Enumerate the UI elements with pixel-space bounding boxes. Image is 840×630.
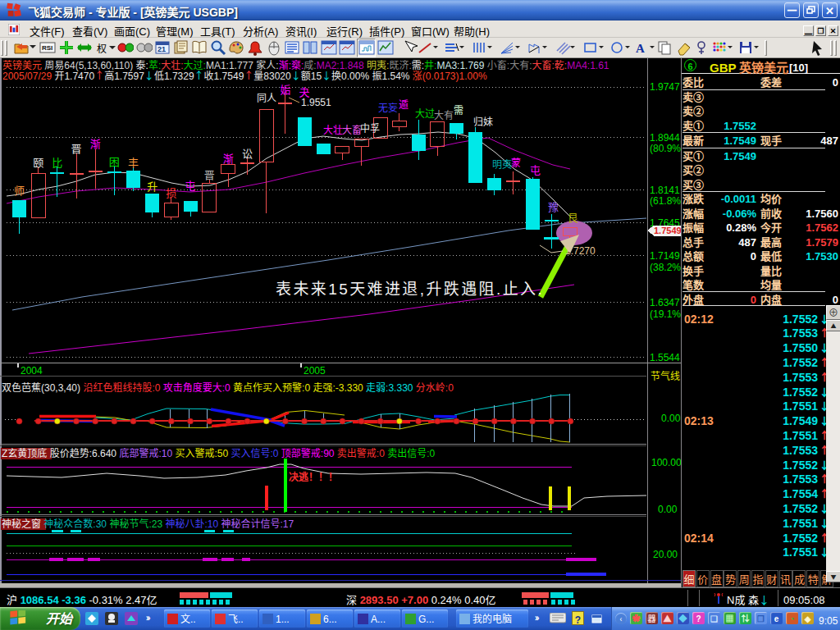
- svg-text:A: A: [636, 42, 645, 55]
- svg-text:渐: 渐: [223, 150, 234, 166]
- svg-text:(80.9%): (80.9%): [650, 140, 681, 154]
- svg-text:晋: 晋: [71, 140, 82, 156]
- svg-text:归妹: 归妹: [473, 114, 493, 128]
- svg-text:困: 困: [109, 153, 120, 169]
- svg-text:节气线: 节气线: [651, 368, 680, 382]
- svg-text:决逃！！！: 决逃！！！: [289, 469, 338, 483]
- svg-text:渐: 渐: [90, 135, 101, 151]
- svg-text:师: 师: [14, 182, 25, 198]
- svg-text:20.00: 20.00: [653, 546, 678, 560]
- svg-text:屯: 屯: [185, 177, 196, 193]
- svg-text:升: 升: [147, 178, 158, 194]
- svg-text:大有: 大有: [434, 107, 454, 121]
- svg-text:1.7549: 1.7549: [654, 223, 681, 236]
- svg-text:2004: 2004: [21, 363, 43, 377]
- svg-text:晋: 晋: [204, 167, 215, 182]
- svg-text:姤: 姤: [280, 81, 290, 97]
- svg-text:需: 需: [454, 103, 463, 116]
- svg-text:无妄: 无妄: [378, 100, 398, 114]
- svg-text:大壮: 大壮: [323, 122, 343, 136]
- svg-text:比: 比: [52, 154, 62, 170]
- svg-text:(38.2%): (38.2%): [650, 259, 681, 273]
- svg-text:中孚: 中孚: [360, 121, 380, 135]
- svg-text:颐: 颐: [33, 154, 43, 170]
- svg-text:神秘之窗 神秘众合数:30 神秘节气:23 神秘八卦:1: 神秘之窗 神秘众合数:30 神秘节气:23 神秘八卦:10 神秘合计信号:17: [2, 516, 294, 530]
- svg-text:同人: 同人: [257, 90, 276, 104]
- svg-text:丰: 丰: [128, 154, 139, 170]
- svg-text:1.5544: 1.5544: [650, 349, 680, 363]
- svg-text:(61.8%): (61.8%): [650, 193, 681, 207]
- svg-text:双色芭蕉(30,3,40) 沿红色粗线持股:0 攻击角度: 双色芭蕉(30,3,40) 沿红色粗线持股:0 攻击角度要大:0 黄点作买入预警…: [2, 380, 454, 394]
- svg-text:大过: 大过: [415, 106, 435, 120]
- svg-text:艮: 艮: [568, 209, 578, 225]
- svg-text:遁: 遁: [399, 97, 409, 111]
- svg-text:Z玄黄顶底 股价趋势:6.640 底部警戒:10 买入警: Z玄黄顶底 股价趋势:6.640 底部警戒:10 买入警戒:50 买入信号:0 …: [2, 445, 436, 459]
- svg-text:21: 21: [158, 43, 166, 54]
- svg-text:屯: 屯: [530, 162, 541, 177]
- svg-text:0.00: 0.00: [661, 410, 681, 424]
- svg-text:明夷: 明夷: [492, 157, 512, 171]
- svg-text:表未来15天难进退,升跌遇阻.止入.: 表未来15天难进退,升跌遇阻.止入.: [276, 276, 544, 299]
- svg-text:1.7270: 1.7270: [565, 243, 596, 257]
- svg-text:夬: 夬: [299, 84, 310, 99]
- svg-text:蒙: 蒙: [511, 155, 521, 169]
- svg-text:0.00: 0.00: [658, 501, 678, 515]
- svg-text:100.00: 100.00: [651, 454, 681, 468]
- svg-text:损: 损: [166, 185, 176, 200]
- svg-text:RSI: RSI: [42, 43, 52, 52]
- svg-text:1.9747: 1.9747: [650, 79, 680, 93]
- svg-text:豫: 豫: [548, 199, 559, 214]
- svg-text:2005/07/29 开1.7470↑高1.7597↓低1.: 2005/07/29 开1.7470↑高1.7597↓低1.7329↑收1.75…: [2, 68, 487, 82]
- svg-text:讼: 讼: [242, 145, 253, 161]
- svg-text:(19.1%): (19.1%): [650, 306, 681, 320]
- svg-text:大畜: 大畜: [342, 122, 362, 136]
- svg-text:2005: 2005: [304, 363, 326, 377]
